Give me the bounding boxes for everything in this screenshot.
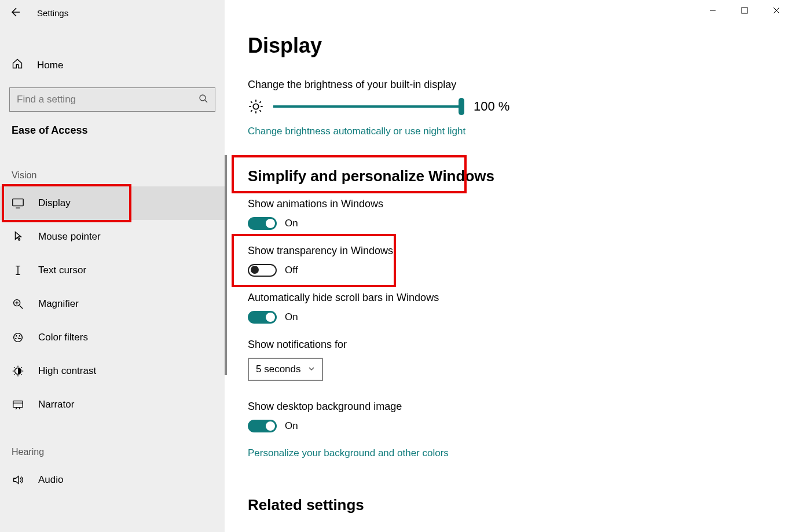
section-related-heading: Related settings — [248, 496, 769, 514]
brightness-icon — [248, 98, 264, 115]
text-cursor-icon — [12, 264, 24, 277]
brightness-value: 100 % — [474, 99, 509, 114]
svg-line-34 — [259, 110, 261, 111]
mouse-pointer-icon — [12, 230, 24, 243]
svg-line-24 — [21, 367, 22, 368]
animations-toggle[interactable] — [248, 217, 277, 230]
notifications-dropdown[interactable]: 5 seconds — [248, 358, 323, 381]
svg-line-35 — [259, 101, 261, 102]
page-title: Display — [248, 34, 769, 58]
back-button[interactable] — [9, 6, 25, 20]
sidebar-item-label: Mouse pointer — [38, 231, 101, 243]
svg-line-25 — [14, 375, 14, 375]
scrollbars-state: On — [285, 311, 298, 323]
svg-line-23 — [21, 375, 22, 375]
sidebar-item-label: Magnifier — [38, 298, 79, 310]
brightness-link[interactable]: Change brightness automatically or use n… — [248, 126, 465, 137]
home-icon — [12, 58, 23, 72]
svg-line-33 — [251, 101, 252, 102]
desktopbg-label: Show desktop background image — [248, 401, 769, 413]
svg-point-28 — [253, 104, 258, 109]
desktopbg-state: On — [285, 420, 298, 432]
svg-line-22 — [14, 367, 14, 368]
sidebar-item-display[interactable]: Display — [0, 186, 225, 220]
svg-line-36 — [251, 110, 252, 111]
narrator-icon — [12, 398, 24, 411]
magnifier-icon — [12, 298, 24, 310]
sidebar-item-label: High contrast — [38, 365, 96, 377]
transparency-label: Show transparency in Windows — [248, 245, 769, 257]
svg-rect-26 — [13, 401, 23, 408]
svg-line-5 — [205, 100, 207, 102]
notifications-value: 5 seconds — [256, 364, 301, 375]
window-title: Settings — [37, 8, 68, 18]
animations-state: On — [285, 218, 298, 229]
svg-point-14 — [19, 335, 20, 336]
svg-line-9 — [20, 306, 23, 309]
sidebar-item-label: Color filters — [38, 332, 88, 343]
sidebar-item-highcontrast[interactable]: High contrast — [0, 354, 225, 388]
search-input-container[interactable] — [9, 87, 215, 112]
sidebar-item-colorfilters[interactable]: Color filters — [0, 321, 225, 354]
sidebar-item-label: Text cursor — [38, 265, 86, 276]
scroll-indicator[interactable] — [225, 155, 227, 375]
brightness-label: Change the brightness of your built-in d… — [248, 79, 769, 91]
display-icon — [12, 197, 24, 210]
brightness-slider[interactable] — [273, 98, 464, 115]
sidebar-category: Ease of Access — [0, 112, 225, 137]
sidebar: Settings Home Ease of Access Vision Disp… — [0, 0, 225, 532]
animations-label: Show animations in Windows — [248, 198, 769, 210]
sidebar-item-narrator[interactable]: Narrator — [0, 388, 225, 421]
transparency-toggle[interactable] — [248, 264, 277, 277]
sidebar-home[interactable]: Home — [0, 51, 225, 79]
svg-point-16 — [15, 338, 16, 339]
chevron-down-icon — [308, 365, 315, 374]
sidebar-item-label: Display — [38, 197, 71, 209]
high-contrast-icon — [12, 365, 24, 377]
transparency-state: Off — [285, 265, 298, 276]
sidebar-item-mouse[interactable]: Mouse pointer — [0, 220, 225, 254]
search-input[interactable] — [17, 94, 190, 105]
svg-rect-6 — [13, 199, 23, 206]
main-content: Display Change the brightness of your bu… — [225, 0, 792, 532]
personalize-link[interactable]: Personalize your background and other co… — [248, 447, 449, 459]
svg-point-4 — [200, 95, 206, 101]
sidebar-group-hearing: Hearing — [0, 421, 225, 463]
sidebar-item-label: Narrator — [38, 399, 74, 410]
sidebar-group-vision: Vision — [0, 137, 225, 186]
search-icon — [199, 94, 208, 105]
desktopbg-toggle[interactable] — [248, 420, 277, 432]
audio-icon — [12, 474, 24, 486]
sidebar-item-audio[interactable]: Audio — [0, 463, 225, 497]
scrollbars-toggle[interactable] — [248, 311, 277, 324]
sidebar-item-magnifier[interactable]: Magnifier — [0, 287, 225, 321]
sidebar-item-label: Audio — [38, 474, 63, 486]
sidebar-home-label: Home — [37, 60, 63, 71]
section-simplify-heading: Simplify and personalize Windows — [248, 167, 769, 185]
notifications-label: Show notifications for — [248, 339, 769, 351]
sidebar-item-cursor[interactable]: Text cursor — [0, 254, 225, 287]
scrollbars-label: Automatically hide scroll bars in Window… — [248, 292, 769, 304]
color-filters-icon — [12, 331, 24, 344]
svg-point-13 — [16, 335, 17, 336]
